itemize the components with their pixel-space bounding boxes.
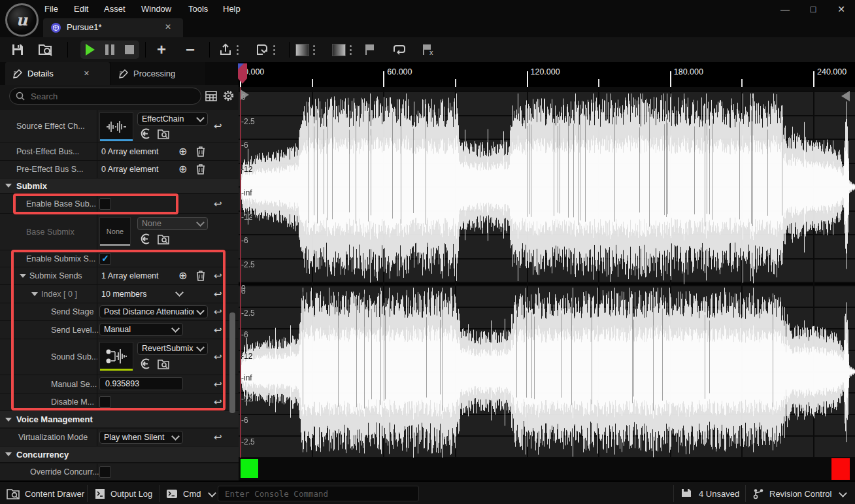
console-command-box[interactable] xyxy=(218,486,419,501)
tab-processing[interactable]: Processing xyxy=(111,62,205,85)
fade-in-button[interactable] xyxy=(295,41,315,58)
waveform-display[interactable] xyxy=(239,87,855,458)
property-label: Source Effect Ch... xyxy=(16,122,85,131)
export-button[interactable] xyxy=(218,41,239,58)
svg-text:x: x xyxy=(429,48,433,56)
ruler-tick-minor xyxy=(741,79,743,87)
playhead-handle[interactable] xyxy=(236,63,249,88)
close-window-button[interactable]: ✕ xyxy=(835,3,848,15)
chevron-down-icon xyxy=(209,489,217,497)
highlight-enable-base-submix xyxy=(13,193,178,214)
category-label: Submix xyxy=(16,181,47,191)
expand-triangle-icon xyxy=(5,418,12,422)
tab-details[interactable]: Details ✕ xyxy=(5,62,110,85)
db-scale-label: -6 xyxy=(241,141,248,150)
timeline-ruler[interactable]: 0.00060.000120.000180.000240.000 xyxy=(239,62,855,87)
array-count: 0 Array element xyxy=(101,165,159,174)
effect-chain-thumbnail[interactable] xyxy=(99,112,133,141)
zoom-out-button[interactable]: − xyxy=(186,41,195,58)
zoom-in-button[interactable]: + xyxy=(157,41,166,58)
minimize-button[interactable]: — xyxy=(779,3,792,15)
cmd-button[interactable]: Cmd xyxy=(166,485,215,502)
category-submix[interactable]: Submix xyxy=(0,178,239,193)
fade-out-options-icon[interactable] xyxy=(350,45,352,55)
add-element-icon[interactable]: ⊕ xyxy=(178,145,187,158)
loop-end-marker[interactable] xyxy=(831,458,850,480)
export-options-icon[interactable] xyxy=(237,45,239,55)
marker-track[interactable] xyxy=(239,458,855,480)
search-input[interactable] xyxy=(29,91,182,102)
category-concurrency[interactable]: Concurrency xyxy=(0,446,239,463)
ruler-tick-minor xyxy=(312,79,313,87)
details-scrollbar[interactable] xyxy=(229,312,235,413)
tab-close-icon[interactable]: ✕ xyxy=(165,22,171,31)
content-drawer-button[interactable]: Content Drawer xyxy=(7,485,84,502)
highlight-submix-sends-block xyxy=(11,250,226,411)
base-submix-combo[interactable]: None xyxy=(137,217,208,230)
menu-tools[interactable]: Tools xyxy=(188,4,208,14)
reimport-button[interactable] xyxy=(255,41,275,58)
save-button[interactable] xyxy=(10,41,25,58)
db-scale-label: -12 xyxy=(241,212,252,222)
property-label: Pre-Effect Bus S... xyxy=(16,165,84,174)
revert-icon[interactable]: ↩ xyxy=(214,120,222,132)
add-marker-button[interactable] xyxy=(363,41,377,58)
toolbar: + − x xyxy=(0,37,855,63)
content-drawer-icon xyxy=(7,488,20,499)
override-concurrency-checkbox[interactable] xyxy=(99,466,111,478)
search-box[interactable] xyxy=(9,88,201,105)
revert-icon[interactable]: ↩ xyxy=(214,198,222,210)
browse-to-asset-button[interactable] xyxy=(38,41,54,58)
effect-chain-combo[interactable]: EffectChain xyxy=(137,112,208,126)
menu-asset[interactable]: Asset xyxy=(104,4,126,14)
unsaved-button[interactable]: * 4 Unsaved xyxy=(681,485,739,502)
revision-control-button[interactable]: Revision Control xyxy=(753,485,846,502)
scrub-handle-right-icon[interactable] xyxy=(841,91,850,101)
tab-pursue1[interactable]: Pursue1* ✕ xyxy=(43,18,183,37)
browse-to-asset-icon[interactable] xyxy=(158,234,169,244)
cmd-label: Cmd xyxy=(183,489,201,499)
browse-to-asset-icon[interactable] xyxy=(158,129,169,139)
category-label: Concurrency xyxy=(16,450,69,460)
chevron-down-icon xyxy=(839,489,848,497)
virtualization-mode-combo[interactable]: Play when Silent xyxy=(99,431,183,444)
property-label: Virtualization Mode xyxy=(18,433,88,442)
trash-icon[interactable] xyxy=(196,146,205,157)
db-scale-label: -12 xyxy=(241,352,252,361)
add-element-icon[interactable]: ⊕ xyxy=(178,163,187,175)
use-selected-asset-icon[interactable] xyxy=(140,233,151,244)
console-command-input[interactable] xyxy=(224,488,403,499)
menu-help[interactable]: Help xyxy=(223,4,241,14)
tab-details-close-icon[interactable]: ✕ xyxy=(84,69,90,78)
reimport-options-icon[interactable] xyxy=(273,45,275,55)
row-base-submix: Base Submix None None xyxy=(0,214,239,250)
menu-edit[interactable]: Edit xyxy=(74,4,88,14)
array-count: 0 Array element xyxy=(101,147,159,156)
property-label: Post-Effect Bus... xyxy=(16,147,79,156)
search-row xyxy=(0,85,239,107)
category-voice-management[interactable]: Voice Management xyxy=(0,411,239,428)
remove-marker-button[interactable]: x xyxy=(421,41,437,58)
scrub-handle-left-icon[interactable] xyxy=(241,90,249,100)
use-selected-asset-icon[interactable] xyxy=(140,128,151,139)
gear-icon[interactable] xyxy=(222,90,235,102)
db-scale-label: -inf xyxy=(241,188,252,197)
menu-window[interactable]: Window xyxy=(141,4,171,14)
pause-button[interactable] xyxy=(105,44,114,55)
stop-button[interactable] xyxy=(125,45,134,54)
play-button[interactable] xyxy=(86,44,95,56)
chevron-down-icon xyxy=(171,432,180,441)
trash-icon[interactable] xyxy=(196,164,205,175)
display-filter-icon[interactable] xyxy=(205,91,217,101)
output-log-button[interactable]: Output Log xyxy=(95,485,152,502)
fade-out-button[interactable] xyxy=(332,41,352,58)
fade-in-options-icon[interactable] xyxy=(313,45,315,55)
toggle-loop-button[interactable] xyxy=(391,41,408,58)
tab-processing-label: Processing xyxy=(133,69,175,78)
revert-icon[interactable]: ↩ xyxy=(214,431,222,443)
loop-start-marker[interactable] xyxy=(241,459,258,478)
tab-label: Pursue1* xyxy=(67,22,101,32)
playhead[interactable] xyxy=(240,87,241,458)
maximize-button[interactable]: □ xyxy=(807,3,820,15)
menu-file[interactable]: File xyxy=(44,4,58,14)
